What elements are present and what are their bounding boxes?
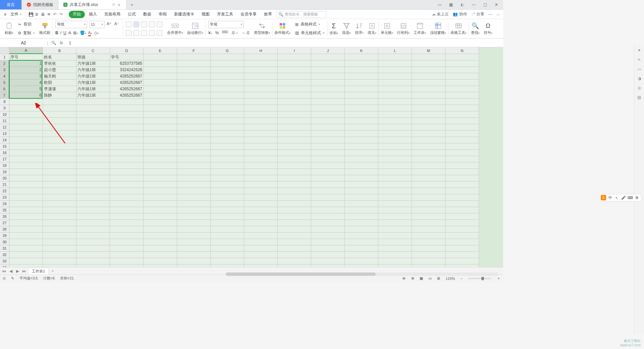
cell[interactable] [76, 162, 110, 169]
cell[interactable] [412, 226, 445, 233]
cell[interactable] [244, 60, 278, 67]
cell[interactable] [345, 67, 378, 73]
cell[interactable] [244, 169, 278, 175]
cell[interactable] [311, 226, 345, 233]
cell[interactable] [278, 258, 311, 264]
cell[interactable] [76, 118, 110, 124]
row-header[interactable]: 23 [0, 194, 9, 201]
cell[interactable] [378, 245, 412, 252]
col-header[interactable]: J [311, 47, 345, 54]
maximize-icon[interactable]: ▢ [481, 2, 489, 7]
cell[interactable] [278, 162, 311, 169]
cell[interactable] [345, 60, 378, 67]
cell[interactable]: 4265252667 [110, 73, 144, 80]
cell[interactable] [211, 99, 244, 105]
cell[interactable] [345, 258, 378, 264]
filter-button[interactable]: 筛选▾ [340, 20, 353, 38]
cell[interactable] [211, 150, 244, 156]
cell[interactable] [211, 80, 244, 86]
cell[interactable] [211, 60, 244, 67]
cell[interactable] [76, 245, 110, 252]
cell[interactable] [43, 207, 76, 213]
cell[interactable] [378, 226, 412, 233]
cell[interactable] [76, 169, 110, 175]
cell[interactable] [177, 92, 211, 99]
cell[interactable] [244, 207, 278, 213]
cell[interactable] [211, 245, 244, 252]
cell[interactable] [177, 67, 211, 73]
cell[interactable] [76, 99, 110, 105]
menu-start[interactable]: 开始 [69, 11, 85, 18]
cell[interactable] [43, 233, 76, 239]
cell[interactable] [445, 131, 479, 137]
cell[interactable] [412, 124, 445, 131]
cell[interactable] [110, 220, 144, 226]
col-header[interactable]: E [144, 47, 177, 54]
cell[interactable] [76, 105, 110, 111]
cell[interactable] [378, 220, 412, 226]
cell[interactable] [9, 220, 43, 226]
cell[interactable] [144, 150, 177, 156]
cell[interactable]: 赵小慧 [43, 67, 76, 73]
cell[interactable] [378, 73, 412, 80]
cell[interactable] [177, 220, 211, 226]
cell[interactable] [412, 105, 445, 111]
cell[interactable] [177, 194, 211, 201]
italic-icon[interactable]: I [60, 31, 61, 35]
zoom-in-icon[interactable]: ＋ [497, 276, 500, 281]
cell[interactable] [278, 207, 311, 213]
menu-view[interactable]: 视图 [198, 11, 213, 18]
cell[interactable] [76, 137, 110, 143]
cell[interactable] [445, 67, 479, 73]
cell[interactable] [76, 201, 110, 207]
cell[interactable] [177, 182, 211, 188]
cell[interactable] [9, 182, 43, 188]
cell[interactable] [378, 233, 412, 239]
row-header[interactable]: 8 [0, 99, 9, 105]
cell[interactable] [43, 252, 76, 258]
cell[interactable] [311, 105, 345, 111]
cell[interactable]: 六年级1班 [76, 86, 110, 92]
cell[interactable] [244, 54, 278, 60]
cell[interactable] [378, 92, 412, 99]
menu-formula[interactable]: 公式 [124, 11, 139, 18]
cell[interactable] [412, 182, 445, 188]
cell[interactable]: 序号 [9, 54, 43, 60]
row-header[interactable]: 9 [0, 105, 9, 111]
command-search[interactable]: 🔍 查找命令、搜索模板 [276, 11, 326, 18]
cell[interactable] [43, 156, 76, 162]
cell[interactable] [412, 194, 445, 201]
cell[interactable] [110, 150, 144, 156]
col-header[interactable]: M [412, 47, 445, 54]
row-header[interactable]: 15 [0, 143, 9, 150]
cell[interactable] [244, 86, 278, 92]
cell[interactable] [43, 188, 76, 194]
cell[interactable] [311, 137, 345, 143]
cell[interactable] [244, 201, 278, 207]
align-center-icon[interactable] [133, 30, 139, 36]
cell[interactable] [110, 105, 144, 111]
cell[interactable] [412, 233, 445, 239]
cell[interactable] [9, 156, 43, 162]
cell[interactable] [244, 239, 278, 245]
record-icon[interactable]: ⊙ [3, 276, 6, 281]
cell[interactable] [9, 99, 43, 105]
cell[interactable] [211, 252, 244, 258]
cell[interactable] [445, 264, 479, 267]
cell[interactable] [378, 156, 412, 162]
cell[interactable] [9, 131, 43, 137]
cell[interactable] [445, 86, 479, 92]
cell[interactable] [412, 264, 445, 267]
col-header[interactable]: K [345, 47, 378, 54]
cell[interactable] [177, 99, 211, 105]
cell[interactable] [345, 175, 378, 182]
cell[interactable] [345, 131, 378, 137]
cell[interactable] [43, 175, 76, 182]
cell[interactable]: 4265252667 [110, 86, 144, 92]
align-left-icon[interactable] [126, 30, 131, 36]
number-format-select[interactable]: 常规▾ [208, 21, 244, 28]
cell[interactable] [144, 245, 177, 252]
cell[interactable] [211, 143, 244, 150]
cell[interactable] [311, 207, 345, 213]
cell[interactable] [244, 213, 278, 220]
